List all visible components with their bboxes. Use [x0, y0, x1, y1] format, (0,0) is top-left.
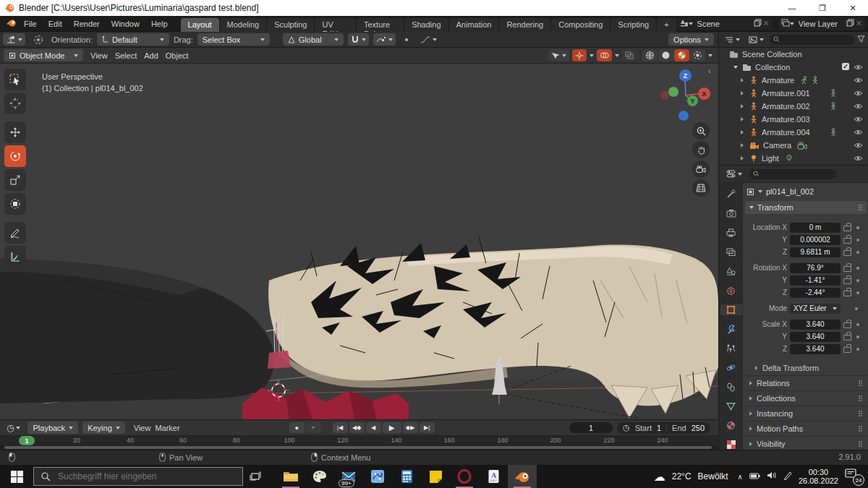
volume-icon[interactable] [767, 471, 777, 481]
lock-icon[interactable] [843, 250, 851, 256]
tab-rendering[interactable]: Rendering [499, 18, 550, 32]
jump-to-start-button[interactable]: |◀ [333, 422, 348, 433]
playback-dropdown[interactable]: Playback [27, 421, 78, 434]
disclosure-closed-icon[interactable] [741, 104, 744, 108]
snap-toggle-button[interactable] [348, 33, 369, 46]
view-layer-selector[interactable]: View Layer ✕ [778, 17, 865, 30]
timeline-editor-type-button[interactable]: ◷ [4, 421, 23, 434]
scrollbar-thumb[interactable] [4, 446, 712, 449]
taskbar-wordpad[interactable]: A [479, 465, 508, 488]
motion-paths-panel[interactable]: Motion Paths [745, 421, 867, 436]
options-dropdown[interactable]: Options [668, 33, 714, 46]
mode-dropdown[interactable]: Object Mode [4, 49, 83, 61]
properties-editor-type-button[interactable] [723, 168, 745, 180]
tab-object-data[interactable] [722, 401, 741, 412]
transform-pivot-dropdown[interactable]: Global [283, 33, 344, 46]
hide-eye-icon[interactable] [854, 129, 863, 137]
menu-window[interactable]: Window [106, 20, 145, 28]
animate-dot-icon[interactable] [856, 267, 859, 270]
play-reverse-button[interactable]: ◀ [366, 422, 381, 433]
taskbar-mail[interactable]: 99+ [334, 465, 363, 488]
tweak-fallback-icon[interactable] [30, 33, 47, 46]
zoom-view-button[interactable] [692, 122, 710, 140]
collections-panel[interactable]: Collections [745, 390, 867, 406]
timeline-menu-marker[interactable]: Marker [155, 424, 179, 432]
animate-dot-icon[interactable] [856, 226, 859, 229]
menu-help[interactable]: Help [145, 20, 174, 28]
close-button[interactable]: ✕ [838, 0, 868, 16]
relations-panel[interactable]: Relations [745, 375, 867, 390]
hide-eye-icon[interactable] [854, 103, 863, 111]
rotation-x-field[interactable]: 76.9° [790, 263, 841, 273]
proportional-editing-button[interactable] [400, 33, 413, 46]
tab-modeling[interactable]: Modeling [220, 18, 267, 32]
panel-drag-handle[interactable] [859, 205, 862, 210]
show-gizmo-button[interactable] [572, 49, 587, 61]
location-y-field[interactable]: 0.000002 [790, 235, 841, 245]
auto-keying-dropdown[interactable] [306, 422, 321, 433]
proportional-falloff-button[interactable] [417, 33, 440, 46]
stopwatch-icon[interactable]: ◷ [623, 423, 630, 432]
outliner-row-armature-002[interactable]: Armature.002 [719, 100, 868, 113]
orientation-dropdown[interactable]: Default [97, 33, 169, 46]
shading-wireframe-button[interactable] [642, 49, 658, 61]
taskbar-search[interactable] [33, 467, 243, 486]
outliner-search-input[interactable] [770, 35, 854, 45]
new-scene-icon[interactable] [754, 19, 762, 28]
tab-add-workspace[interactable]: + [657, 18, 676, 32]
end-frame-field[interactable]: 250 [692, 424, 705, 432]
search-input[interactable] [56, 471, 218, 482]
shading-rendered-button[interactable] [690, 49, 705, 61]
tab-physics[interactable] [722, 362, 741, 374]
gizmo-axis-x-neg[interactable] [660, 91, 669, 100]
lock-icon[interactable] [843, 238, 851, 244]
timeline-menu-view[interactable]: View [134, 424, 151, 432]
lock-icon[interactable] [843, 291, 851, 296]
disclosure-closed-icon[interactable] [741, 117, 744, 121]
gizmo-axis-y-neg[interactable] [668, 87, 678, 97]
prev-keyframe-button[interactable]: ◀◆ [349, 422, 365, 433]
object-breadcrumb[interactable]: pl014_bl_002 [745, 184, 867, 199]
gizmo-axis-z[interactable]: Z [679, 69, 692, 82]
lock-icon[interactable] [843, 335, 851, 341]
location-x-field[interactable]: 0 m [790, 223, 841, 233]
scene-selector[interactable]: Scene ✕ [677, 17, 773, 30]
tab-render[interactable] [722, 208, 741, 220]
tab-modifiers[interactable] [722, 323, 741, 335]
shading-solid-button[interactable] [658, 49, 673, 61]
start-button[interactable] [0, 465, 33, 488]
next-keyframe-button[interactable]: ◆▶ [403, 422, 418, 433]
jump-to-end-button[interactable]: ▶| [420, 422, 435, 433]
outliner-row-scene-collection[interactable]: Scene Collection [719, 48, 868, 61]
panel-drag-handle[interactable] [859, 411, 862, 416]
viewport-menu-object[interactable]: Object [166, 51, 189, 60]
scale-y-field[interactable]: 3.640 [790, 332, 841, 342]
taskbar-paint3d[interactable] [363, 465, 392, 488]
outliner-row-camera[interactable]: Camera [719, 139, 868, 152]
tool-cursor[interactable] [4, 93, 26, 114]
outliner-row-armature-003[interactable]: Armature.003 [719, 113, 868, 126]
panel-drag-handle[interactable] [859, 441, 862, 447]
current-frame-marker[interactable]: 1 [19, 436, 35, 445]
menu-file[interactable]: File [18, 20, 43, 28]
tab-scripting[interactable]: Scripting [610, 18, 656, 32]
tab-object[interactable] [720, 304, 742, 316]
filter-icon[interactable] [857, 35, 865, 44]
instancing-panel[interactable]: Instancing [745, 406, 867, 421]
gizmo-axis-z-neg[interactable] [678, 111, 689, 121]
disclosure-closed-icon[interactable] [741, 78, 744, 82]
disclosure-closed-icon[interactable] [741, 156, 744, 160]
blender-logo-icon[interactable] [6, 18, 17, 29]
tab-compositing[interactable]: Compositing [551, 18, 610, 32]
tab-layout[interactable]: Layout [181, 18, 219, 32]
disclosure-closed-icon[interactable] [741, 91, 744, 95]
tab-uv-editing[interactable]: UV Editing [315, 18, 356, 32]
hide-eye-icon[interactable] [854, 64, 863, 72]
tool-scale[interactable] [4, 169, 26, 191]
tool-rotate[interactable] [4, 145, 26, 167]
current-frame-field[interactable]: 1 [569, 422, 613, 433]
properties-search-input[interactable] [749, 169, 836, 179]
camera-view-button[interactable] [692, 160, 710, 178]
pen-icon[interactable] [783, 471, 792, 482]
disclosure-closed-icon[interactable] [741, 143, 744, 147]
